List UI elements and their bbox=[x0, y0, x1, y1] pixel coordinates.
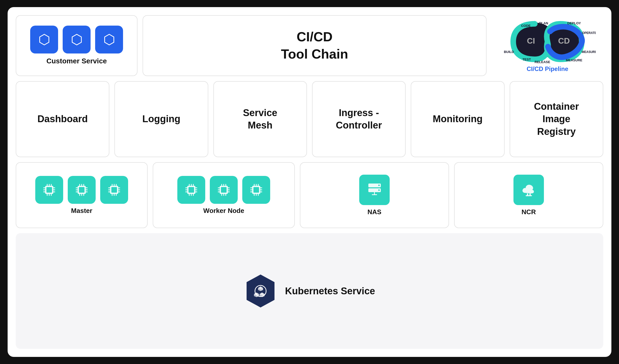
chip-icon-svg bbox=[107, 182, 122, 197]
kubernetes-row: Kubernetes Service bbox=[16, 233, 603, 349]
kubernetes-hex-icon bbox=[244, 273, 277, 309]
svg-text:MEASURE: MEASURE bbox=[582, 50, 596, 54]
monitoring-label: Monitoring bbox=[433, 113, 483, 125]
row1: ⬡ ⬡ ⬡ Customer Service CI/CDTool Chain bbox=[16, 15, 603, 76]
chip-icon-svg bbox=[216, 182, 231, 197]
master-chip-3 bbox=[100, 176, 128, 204]
master-card: Master bbox=[16, 162, 148, 228]
svg-text:PLAN: PLAN bbox=[539, 21, 548, 25]
service-mesh-label: ServiceMesh bbox=[243, 107, 277, 132]
chip-icon-svg bbox=[42, 182, 57, 197]
nas-icon-svg bbox=[366, 181, 383, 198]
cube-icon-symbol: ⬡ bbox=[38, 31, 50, 47]
service-mesh-card: ServiceMesh bbox=[213, 81, 307, 157]
worker-chip-2 bbox=[210, 176, 238, 204]
svg-rect-107 bbox=[526, 195, 532, 196]
ncr-icon-svg bbox=[521, 181, 537, 198]
customer-service-card: ⬡ ⬡ ⬡ Customer Service bbox=[16, 15, 137, 76]
chip-icon-svg bbox=[249, 182, 264, 197]
cube-icon-3: ⬡ bbox=[95, 26, 123, 53]
cicd-toolchain-label: CI/CDTool Chain bbox=[281, 28, 348, 63]
container-registry-label: ContainerImageRegistry bbox=[534, 100, 579, 138]
svg-point-104 bbox=[378, 189, 380, 191]
svg-rect-105 bbox=[527, 193, 528, 195]
row2: Dashboard Logging ServiceMesh Ingress -C… bbox=[16, 81, 603, 157]
dashboard-card: Dashboard bbox=[16, 81, 109, 157]
svg-rect-44 bbox=[111, 187, 117, 193]
cube-icon-1: ⬡ bbox=[30, 26, 58, 53]
container-registry-card: ContainerImageRegistry bbox=[510, 81, 603, 157]
master-icons bbox=[35, 176, 128, 204]
svg-text:TEST: TEST bbox=[522, 58, 531, 61]
nas-icon-box bbox=[359, 175, 390, 205]
pipeline-wrapper: CI CD CODE PLAN DEPLOY OPERATE MEASURE M… bbox=[499, 19, 596, 72]
pipeline-label: CI/CD Pipeline bbox=[527, 65, 568, 72]
cicd-pipeline-svg: CI CD CODE PLAN DEPLOY OPERATE MEASURE M… bbox=[499, 19, 596, 64]
svg-rect-58 bbox=[188, 187, 194, 193]
svg-text:DEPLOY: DEPLOY bbox=[567, 21, 581, 25]
ncr-card: NCR bbox=[454, 162, 603, 228]
svg-text:CODE: CODE bbox=[521, 24, 531, 28]
master-chip-2 bbox=[68, 176, 96, 204]
cube-icon-symbol: ⬡ bbox=[71, 31, 83, 47]
customer-service-icons: ⬡ ⬡ ⬡ bbox=[30, 26, 123, 53]
customer-service-label: Customer Service bbox=[46, 57, 107, 66]
monitoring-card: Monitoring bbox=[411, 81, 504, 157]
svg-rect-106 bbox=[529, 193, 531, 195]
kubernetes-label: Kubernetes Service bbox=[285, 286, 375, 297]
worker-node-card: Worker Node bbox=[153, 162, 295, 228]
svg-rect-72 bbox=[221, 187, 227, 193]
nas-card: NAS bbox=[300, 162, 449, 228]
worker-chip-1 bbox=[177, 176, 205, 204]
svg-text:RELEASE: RELEASE bbox=[535, 60, 550, 64]
nas-label: NAS bbox=[368, 208, 382, 216]
dashboard-label: Dashboard bbox=[37, 113, 88, 125]
ncr-icon-box bbox=[513, 175, 544, 205]
svg-point-103 bbox=[378, 185, 380, 186]
cube-icon-2: ⬡ bbox=[63, 26, 91, 53]
master-label: Master bbox=[71, 207, 92, 215]
worker-chip-3 bbox=[242, 176, 270, 204]
row3: Master bbox=[16, 162, 603, 228]
cicd-toolchain-card: CI/CDTool Chain bbox=[143, 15, 487, 76]
logging-label: Logging bbox=[142, 113, 180, 125]
cube-icon-symbol: ⬡ bbox=[103, 31, 115, 47]
svg-rect-86 bbox=[253, 187, 259, 193]
ingress-controller-card: Ingress -Controller bbox=[312, 81, 406, 157]
ingress-controller-label: Ingress -Controller bbox=[336, 107, 382, 132]
svg-rect-30 bbox=[79, 187, 84, 193]
chip-icon-svg bbox=[74, 182, 89, 197]
svg-text:BUILD: BUILD bbox=[504, 50, 514, 54]
worker-node-label: Worker Node bbox=[203, 207, 244, 215]
svg-text:CI: CI bbox=[527, 36, 535, 45]
worker-icons bbox=[177, 176, 270, 204]
main-container: ⬡ ⬡ ⬡ Customer Service CI/CDTool Chain bbox=[8, 7, 611, 357]
svg-text:CD: CD bbox=[558, 36, 570, 45]
logging-card: Logging bbox=[114, 81, 208, 157]
ncr-label: NCR bbox=[522, 208, 536, 216]
svg-text:MEASURE: MEASURE bbox=[566, 58, 582, 62]
master-chip-1 bbox=[35, 176, 63, 204]
svg-rect-16 bbox=[46, 187, 52, 193]
cicd-pipeline-card: CI CD CODE PLAN DEPLOY OPERATE MEASURE M… bbox=[492, 15, 603, 76]
svg-text:OPERATE: OPERATE bbox=[582, 31, 596, 35]
chip-icon-svg bbox=[184, 182, 199, 197]
